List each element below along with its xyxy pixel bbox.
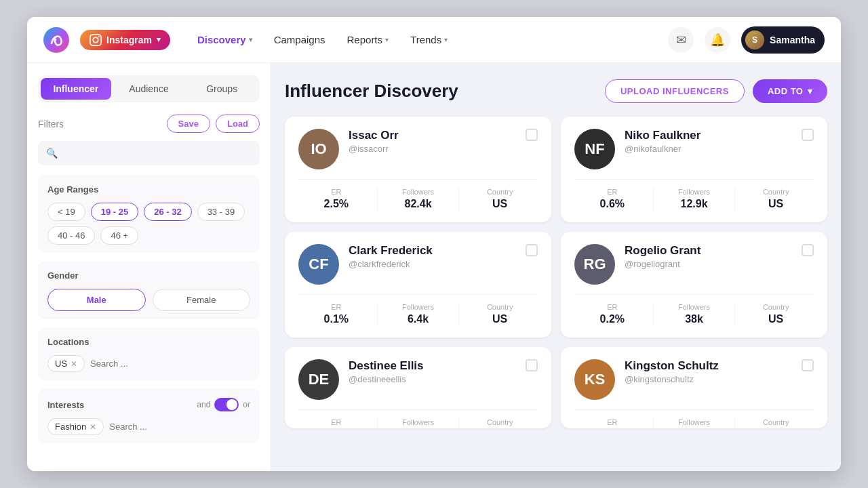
filter-search-bar[interactable]: 🔍 [38,141,260,165]
card-info-5: Kingston Schultz @kingstonschultz [625,359,792,384]
interests-header: Interests and or [47,398,250,411]
card-stats-4: ER Followers Country [298,409,538,428]
select-influencer-5[interactable] [802,359,814,371]
avatar-5: KS [574,359,615,400]
stat-divider-4a [377,418,378,428]
interests-toggle-row: and or [197,398,250,411]
age-tag-26-32[interactable]: 26 - 32 [144,203,191,221]
nav-links: Discovery ▾ Campaigns Reports ▾ Trends ▾ [189,28,668,51]
age-tag-40-46[interactable]: 40 - 46 [47,226,95,245]
filter-buttons: Save Load [167,115,260,133]
location-search-input[interactable] [90,359,250,369]
user-name: Samantha [770,35,815,45]
stat-divider-5b [734,418,735,428]
sidebar-tab-group: Influencer Audience Groups [38,75,260,102]
interests-or-label: or [243,400,250,409]
interest-chip-remove[interactable]: ✕ [90,422,96,432]
page-title: Influencer Discovery [285,81,458,102]
avatar-0: IO [298,129,339,169]
card-stats-1: ER 0.6% Followers 12.9k Country US [574,179,814,210]
avatar-1: NF [574,129,615,169]
navbar-right: ✉ 🔔 S Samantha [668,26,825,54]
notifications-button[interactable]: 🔔 [705,27,730,53]
age-ranges-title: Age Ranges [47,184,250,195]
stat-country-0: Country US [462,188,538,210]
user-avatar: S [745,30,764,49]
platform-label: Instagram [106,35,152,45]
nav-trends[interactable]: Trends ▾ [402,28,456,51]
age-tag-33-39[interactable]: 33 - 39 [197,203,245,221]
locations-title: Locations [47,337,250,347]
filter-search-input[interactable] [63,148,252,159]
age-tag-group: < 19 19 - 25 26 - 32 33 - 39 40 - 46 46 … [47,203,250,245]
app-logo [43,27,69,53]
upload-influencers-button[interactable]: UPLOAD INFLUENCERS [605,79,745,103]
tab-influencer[interactable]: Influencer [41,78,111,100]
nav-reports[interactable]: Reports ▾ [339,28,397,51]
stat-country-4: Country [462,418,538,428]
influencer-handle-1: @nikofaulkner [625,144,792,154]
stat-divider-3b [734,303,735,325]
user-menu-button[interactable]: S Samantha [741,26,825,54]
tab-audience[interactable]: Audience [114,78,184,100]
select-influencer-2[interactable] [526,244,538,256]
nav-campaigns[interactable]: Campaigns [266,28,334,51]
avatar-2: CF [298,244,339,285]
stat-divider-1a [653,188,654,210]
locations-section: Locations US ✕ [38,327,260,380]
influencer-card-3: RG Rogelio Grant @rogeliogrant ER 0.2% [561,232,827,338]
influencer-card-4: DE Destinee Ellis @destineeellis ER [285,347,551,428]
influencer-name-0: Issac Orr [349,129,516,142]
select-influencer-4[interactable] [526,359,538,371]
card-info-2: Clark Frederick @clarkfrederick [349,244,516,269]
reports-chevron: ▾ [385,36,389,43]
interest-search-input[interactable] [109,422,250,432]
add-to-button[interactable]: ADD TO ▾ [753,79,827,103]
interest-chip-label: Fashion [55,422,86,432]
main-area: Influencer Audience Groups Filters Save … [27,63,841,471]
interests-toggle[interactable] [214,398,239,411]
select-influencer-0[interactable] [526,129,538,141]
load-filter-button[interactable]: Load [216,115,260,133]
messages-button[interactable]: ✉ [668,27,694,53]
influencer-name-2: Clark Frederick [349,244,516,258]
select-influencer-1[interactable] [802,129,814,141]
card-info-1: Niko Faulkner @nikofaulkner [625,129,792,154]
location-chip-us: US ✕ [47,355,85,372]
nav-discovery[interactable]: Discovery ▾ [189,28,260,51]
gender-female[interactable]: Female [153,289,251,311]
influencer-name-5: Kingston Schultz [625,359,792,373]
avatar-3: RG [574,244,615,285]
select-influencer-3[interactable] [802,244,814,256]
tab-groups[interactable]: Groups [186,78,257,100]
card-header-0: IO Issac Orr @issacorr [298,129,538,169]
stat-followers-5: Followers [656,418,732,428]
navbar: Instagram ▾ Discovery ▾ Campaigns Report… [27,17,841,63]
stat-country-3: Country US [738,303,814,325]
stat-er-0: ER 2.5% [298,188,374,210]
influencer-grid: IO Issac Orr @issacorr ER 2.5% [285,117,827,428]
age-tag-19-25[interactable]: 19 - 25 [91,203,138,221]
svg-point-0 [43,27,69,53]
card-info-3: Rogelio Grant @rogeliogrant [625,244,792,269]
card-stats-0: ER 2.5% Followers 82.4k Country US [298,179,538,210]
stat-divider-3a [653,303,654,325]
location-chip-remove[interactable]: ✕ [71,359,77,369]
stat-country-1: Country US [738,188,814,210]
discovery-chevron: ▾ [249,36,252,43]
stat-divider-2a [377,303,378,325]
influencer-handle-0: @issacorr [349,144,516,154]
age-tag-under19[interactable]: < 19 [47,203,85,221]
gender-male[interactable]: Male [47,289,146,311]
interests-tag-group: Fashion ✕ [47,418,250,435]
save-filter-button[interactable]: Save [167,115,210,133]
content-header: Influencer Discovery UPLOAD INFLUENCERS … [285,79,827,103]
age-ranges-section: Age Ranges < 19 19 - 25 26 - 32 33 - 39 … [38,175,260,253]
card-header-5: KS Kingston Schultz @kingstonschultz [574,359,814,400]
interests-and-label: and [197,400,210,409]
instagram-platform-badge[interactable]: Instagram ▾ [80,30,170,50]
interests-section: Interests and or Fashion ✕ [38,388,260,443]
age-tag-46plus[interactable]: 46 + [100,226,138,245]
stat-country-5: Country [738,418,814,428]
stat-er-4: ER [298,418,374,428]
